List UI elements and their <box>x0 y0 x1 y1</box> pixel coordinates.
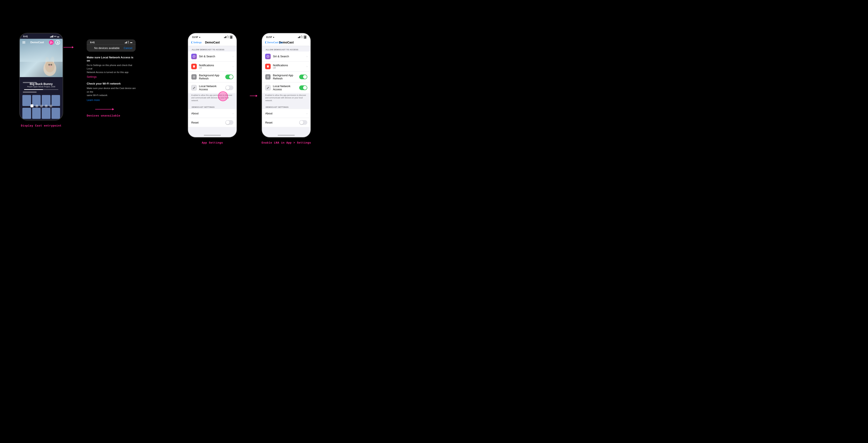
help-1-body: Go to Settings on this phone and check t… <box>87 63 136 74</box>
chevron-icon-siri-4: › <box>306 55 307 58</box>
svg-rect-11 <box>193 65 195 67</box>
settings-link[interactable]: Settings <box>87 75 97 78</box>
signal-icon <box>50 35 53 37</box>
lna-description-3: Enabled to allow this app permission to … <box>188 93 237 104</box>
ios-cell-notif-4[interactable]: Notifications Off › <box>262 62 310 71</box>
phone-1-status-icons: ▿▿ ▬ <box>50 35 59 38</box>
dialog-status-bar: 9:41 ⎫ ▬ <box>87 39 136 44</box>
notif-label-4: Notifications <box>273 64 304 67</box>
lna-description-4: Enabled to allow this app permission to … <box>262 93 310 104</box>
siri-icon-3 <box>191 54 197 59</box>
section-3: 11:57 ▲ ⎫ ▓ ❮ Sett <box>176 33 249 145</box>
reset-toggle-3[interactable] <box>225 120 234 125</box>
settings-arrow-head <box>112 108 114 110</box>
bg-refresh-label-4: Background App Refresh <box>273 74 297 80</box>
chevron-icon-notif-4: › <box>306 65 307 68</box>
wifi-icon-3: ⎫ <box>227 36 229 38</box>
ios-section-header-4: ALLOW DEMOCAST TO ACCESS <box>262 46 310 52</box>
battery-icon-4: ▓ <box>304 36 306 38</box>
learn-more-link[interactable]: Learn more <box>87 99 100 102</box>
svg-point-8 <box>51 64 52 66</box>
dialog-title-bar: No devices available Cancel <box>87 45 136 52</box>
ios-cell-lna-3[interactable]: Local Network Access <box>188 83 237 93</box>
svg-point-1 <box>57 41 58 42</box>
phone-1-wrapper: 9:41 ▿▿ ▬ <box>20 33 63 120</box>
profile-button[interactable] <box>55 40 60 45</box>
battery-icon-3: ▓ <box>230 36 232 38</box>
app-title: DemoCast <box>30 41 44 44</box>
cast-button[interactable] <box>49 40 54 45</box>
ios-cell-reset-3[interactable]: Reset <box>188 118 237 127</box>
ios-cell-lna-4[interactable]: Local Network Access <box>262 83 310 93</box>
ios-cell-bg-refresh-3[interactable]: Background App Refresh <box>188 71 237 83</box>
ios-cell-about-4[interactable]: About › <box>262 109 310 118</box>
lna-toggle-3[interactable] <box>225 86 234 90</box>
thumb-8 <box>52 108 60 119</box>
lna-icon-3 <box>191 85 197 91</box>
phone-1-time: 9:41 <box>23 35 28 38</box>
arrow-head <box>72 46 74 49</box>
ios-cell-group-1-4: Siri & Search › Notifica <box>262 52 310 93</box>
bg-refresh-toggle-3[interactable] <box>225 74 234 79</box>
ios-cell-reset-4[interactable]: Reset <box>262 118 310 127</box>
dialog-status-icons: ⎫ ▬ <box>125 41 132 44</box>
cancel-button[interactable]: Cancel <box>124 46 132 50</box>
ios-cell-group-2-3: About › Reset <box>188 109 237 127</box>
section-bar-2 <box>23 82 37 83</box>
ios-cell-siri-3[interactable]: Siri & Search › <box>188 52 237 62</box>
ios-nav-bar-4: ❮ DemoCast app DemoCast <box>262 39 310 46</box>
thumbnail-row-2 <box>22 108 60 119</box>
s3-to-s4-arrow <box>250 95 257 97</box>
ios-cell-bg-refresh-4[interactable]: Background App Refresh <box>262 71 310 83</box>
ios-cell-siri-4[interactable]: Siri & Search › <box>262 52 310 62</box>
thumb-6 <box>32 108 41 119</box>
section-2-content: 9:41 ⎫ ▬ No devices available <box>87 33 136 110</box>
dot-3 <box>40 105 43 107</box>
arrow-line-2 <box>250 96 256 96</box>
settings-arrow <box>95 108 136 110</box>
ios-cell-notif-3[interactable]: Notifications Off › <box>188 62 237 71</box>
hamburger-menu[interactable] <box>22 41 25 43</box>
dot-1 <box>30 104 33 107</box>
section-2: 9:41 ⎫ ▬ No devices available <box>78 33 176 117</box>
lna-label-3: Local Network Access <box>199 85 223 91</box>
ios-back-btn-4[interactable]: ❮ DemoCast app <box>265 41 283 44</box>
svg-point-7 <box>48 64 50 66</box>
chevron-icon-about-4: › <box>306 112 307 115</box>
ios-settings-content-3: ALLOW DEMOCAST TO ACCESS Siri & Search <box>188 46 237 135</box>
ios-cell-about-3[interactable]: About › <box>188 109 237 118</box>
phone-1: 9:41 ▿▿ ▬ <box>20 33 63 120</box>
section-2-label: Devices unavailable <box>87 114 120 117</box>
ios-back-btn-3[interactable]: ❮ Settings <box>191 41 202 44</box>
progress-fill <box>24 89 43 90</box>
reset-toggle-4[interactable] <box>299 120 307 125</box>
dot-2 <box>36 105 38 107</box>
progress-bar <box>24 89 58 90</box>
help-2-body: Make sure your device and the Cast devic… <box>87 87 136 97</box>
thumb-5 <box>22 108 31 119</box>
arrow-line <box>63 47 72 48</box>
wifi-icon-2: ⎫ <box>128 41 129 43</box>
svg-rect-16 <box>194 87 195 88</box>
lna-toggle-4[interactable] <box>299 86 307 90</box>
bg-refresh-toggle-4[interactable] <box>299 74 307 79</box>
dialog-box: 9:41 ⎫ ▬ No devices available <box>87 39 136 52</box>
about-label-4: About <box>265 112 304 115</box>
signal-icon-4 <box>298 36 300 38</box>
reset-label-3: Reset <box>191 121 223 124</box>
ios-section-header-3: ALLOW DEMOCAST TO ACCESS <box>188 46 237 52</box>
ios-cell-group-1: Siri & Search › Notifica <box>188 52 237 93</box>
back-chevron-icon-4: ❮ <box>265 41 267 44</box>
signal-icon-3 <box>224 36 226 38</box>
main-container: 9:41 ▿▿ ▬ <box>4 33 323 145</box>
notif-icon-3 <box>191 64 197 69</box>
location-arrow-icon: ▲ <box>199 36 200 38</box>
battery-icon-2: ▬ <box>130 41 132 43</box>
svg-point-9 <box>49 66 52 67</box>
ios-status-right-4: ⎫ ▓ <box>298 36 306 38</box>
section-3-label: App Settings <box>202 141 223 145</box>
phone-1-content: DemoCast <box>20 39 63 119</box>
ios-settings-content-4: ALLOW DEMOCAST TO ACCESS Siri & Search <box>262 46 310 135</box>
help-section: Make sure Local Network Access is on Go … <box>87 52 136 102</box>
section-4-label: Enable LNA in App > Settings <box>261 141 311 145</box>
